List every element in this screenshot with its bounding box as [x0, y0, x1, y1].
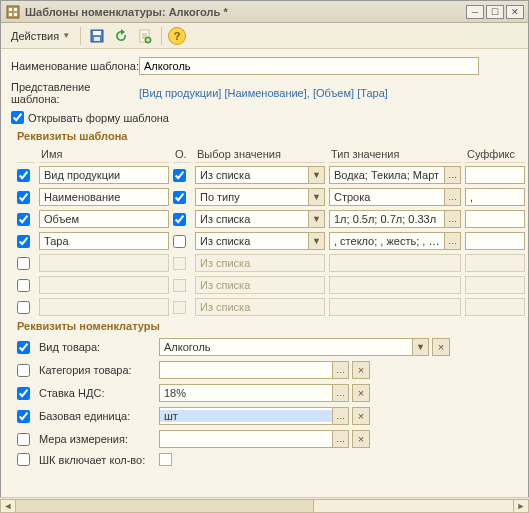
nom-enable-checkbox[interactable]	[17, 410, 30, 423]
nom-enable-checkbox[interactable]	[17, 387, 30, 400]
chevron-down-icon[interactable]: ▼	[308, 167, 324, 183]
clear-icon[interactable]: ×	[352, 384, 370, 402]
ellipsis-icon[interactable]: …	[332, 431, 348, 447]
nom-value-input[interactable]: …	[159, 430, 349, 448]
col-enable	[17, 148, 35, 163]
row-name-input[interactable]: Тара	[39, 232, 169, 250]
row-o-checkbox[interactable]	[173, 213, 186, 226]
row-type-input[interactable]: 1л; 0.5л; 0.7л; 0.33л…	[329, 210, 461, 228]
nom-row: Мера измерения: … ×	[17, 430, 518, 448]
document-icon[interactable]	[135, 26, 155, 46]
row-select-input: Из списка	[195, 298, 325, 316]
row-suffix-input[interactable]: ,	[465, 188, 525, 206]
nom-label: Мера измерения:	[39, 433, 155, 445]
row-select-input[interactable]: Из списка▼	[195, 232, 325, 250]
row-name-input[interactable]: Вид продукции	[39, 166, 169, 184]
clear-icon[interactable]: ×	[432, 338, 450, 356]
row-select-input[interactable]: По типу▼	[195, 188, 325, 206]
template-repr-value[interactable]: [Вид продукции] [Наименование], [Объем] …	[139, 86, 388, 100]
actions-menu[interactable]: Действия ▼	[7, 28, 74, 44]
close-button[interactable]: ✕	[506, 5, 524, 19]
row-suffix-input[interactable]	[465, 210, 525, 228]
row-suffix-input	[465, 254, 525, 272]
open-form-checkbox[interactable]: Открывать форму шаблона	[11, 111, 169, 124]
separator	[80, 27, 81, 45]
ellipsis-icon[interactable]: …	[444, 167, 460, 183]
row-enable-checkbox[interactable]	[17, 279, 30, 292]
row-name-input[interactable]: Объем	[39, 210, 169, 228]
nom-label: ШК включает кол-во:	[39, 454, 155, 466]
svg-rect-3	[9, 13, 12, 16]
maximize-button[interactable]: ☐	[486, 5, 504, 19]
row-suffix-input[interactable]	[465, 232, 525, 250]
row-enable-checkbox[interactable]	[17, 235, 30, 248]
actions-menu-label: Действия	[11, 30, 59, 42]
row-o-checkbox[interactable]	[173, 235, 186, 248]
separator	[161, 27, 162, 45]
grid-row: ТараИз списка▼, стекло; , жесть; , ПЭ…	[17, 232, 518, 250]
nom-enable-checkbox[interactable]	[17, 341, 30, 354]
chevron-down-icon[interactable]: ▼	[308, 233, 324, 249]
clear-icon[interactable]: ×	[352, 407, 370, 425]
nom-enable-checkbox[interactable]	[17, 453, 30, 466]
row-o-checkbox[interactable]	[173, 191, 186, 204]
svg-rect-7	[94, 37, 100, 41]
row-type-input[interactable]: Строка…	[329, 188, 461, 206]
help-icon[interactable]: ?	[168, 27, 186, 45]
refresh-icon[interactable]	[111, 26, 131, 46]
grid-row: Из списка	[17, 254, 518, 272]
row-enable-checkbox[interactable]	[17, 257, 30, 270]
scroll-thumb[interactable]	[16, 500, 314, 512]
nom-value-input[interactable]: …	[159, 361, 349, 379]
nom-enable-checkbox[interactable]	[17, 433, 30, 446]
scroll-track[interactable]	[15, 499, 514, 513]
row-enable-checkbox[interactable]	[17, 169, 30, 182]
row-select-input[interactable]: Из списка▼	[195, 166, 325, 184]
row-type-input[interactable]: , стекло; , жесть; , ПЭ…	[329, 232, 461, 250]
repr-part: [Тара]	[357, 87, 388, 99]
clear-icon[interactable]: ×	[352, 430, 370, 448]
nom-enable-checkbox[interactable]	[17, 364, 30, 377]
grid-row: ОбъемИз списка▼1л; 0.5л; 0.7л; 0.33л…	[17, 210, 518, 228]
scroll-left-icon[interactable]: ◄	[0, 499, 16, 513]
row-type-input[interactable]: Водка; Текила; Март…	[329, 166, 461, 184]
row-enable-checkbox[interactable]	[17, 191, 30, 204]
row-select-input[interactable]: Из списка▼	[195, 210, 325, 228]
template-name-input[interactable]	[139, 57, 479, 75]
ellipsis-icon[interactable]: …	[444, 189, 460, 205]
nom-label: Базовая единица:	[39, 410, 155, 422]
nom-bool-box[interactable]	[159, 453, 172, 466]
ellipsis-icon[interactable]: …	[332, 408, 348, 424]
horizontal-scrollbar[interactable]: ◄ ►	[0, 497, 529, 513]
chevron-down-icon[interactable]: ▼	[412, 339, 428, 355]
row-o-checkbox	[173, 279, 186, 292]
row-enable-checkbox[interactable]	[17, 213, 30, 226]
chevron-down-icon[interactable]: ▼	[308, 211, 324, 227]
ellipsis-icon[interactable]: …	[444, 211, 460, 227]
repr-part: [Вид продукции]	[139, 87, 221, 99]
repr-part: [Наименование],	[224, 87, 309, 99]
ellipsis-icon[interactable]: …	[332, 362, 348, 378]
open-form-label: Открывать форму шаблона	[28, 112, 169, 124]
open-form-checkbox-input[interactable]	[11, 111, 24, 124]
row-enable-checkbox[interactable]	[17, 301, 30, 314]
repr-part: [Объем]	[313, 87, 354, 99]
ellipsis-icon[interactable]: …	[444, 233, 460, 249]
save-icon[interactable]	[87, 26, 107, 46]
row-select-input: Из списка	[195, 254, 325, 272]
nom-row: Категория товара: … ×	[17, 361, 518, 379]
ellipsis-icon[interactable]: …	[332, 385, 348, 401]
minimize-button[interactable]: ─	[466, 5, 484, 19]
row-suffix-input[interactable]	[465, 166, 525, 184]
chevron-down-icon[interactable]: ▼	[308, 189, 324, 205]
nom-value-input[interactable]: Алкоголь▼	[159, 338, 429, 356]
row-name-input[interactable]: Наименование	[39, 188, 169, 206]
row-suffix-input	[465, 298, 525, 316]
row-o-checkbox[interactable]	[173, 169, 186, 182]
nom-value-input[interactable]: 18%…	[159, 384, 349, 402]
nom-value-input[interactable]: шт…	[159, 407, 349, 425]
app-icon	[5, 4, 21, 20]
nom-label: Категория товара:	[39, 364, 155, 376]
clear-icon[interactable]: ×	[352, 361, 370, 379]
scroll-right-icon[interactable]: ►	[513, 499, 529, 513]
